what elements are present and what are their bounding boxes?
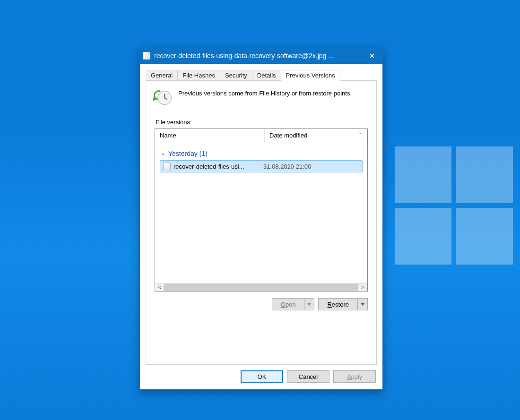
window-title: recover-deleted-files-using-data-recover… bbox=[154, 52, 361, 60]
tab-body: Previous versions come from File History… bbox=[146, 81, 377, 365]
history-clock-icon bbox=[155, 89, 172, 106]
chevron-down-icon: ⌄ bbox=[161, 150, 165, 156]
windows-logo-icon bbox=[395, 146, 518, 269]
file-icon bbox=[163, 163, 171, 170]
open-button[interactable]: Open bbox=[272, 298, 315, 310]
scrollbar-thumb[interactable] bbox=[164, 284, 358, 291]
close-icon: ✕ bbox=[369, 51, 375, 60]
tab-previous-versions[interactable]: Previous Versions bbox=[281, 70, 340, 81]
cancel-button[interactable]: Cancel bbox=[287, 370, 329, 383]
scroll-right-icon[interactable]: > bbox=[359, 284, 366, 290]
chevron-down-icon bbox=[361, 303, 364, 306]
horizontal-scrollbar[interactable]: < > bbox=[155, 283, 367, 291]
restore-dropdown[interactable] bbox=[358, 299, 367, 310]
titlebar[interactable]: recover-deleted-files-using-data-recover… bbox=[140, 48, 382, 64]
tab-security[interactable]: Security bbox=[220, 70, 252, 81]
intro-text: Previous versions come from File History… bbox=[178, 89, 352, 106]
ok-button[interactable]: OK bbox=[241, 370, 283, 383]
properties-dialog: recover-deleted-files-using-data-recover… bbox=[139, 47, 383, 390]
open-dropdown[interactable] bbox=[304, 299, 314, 310]
close-button[interactable]: ✕ bbox=[361, 48, 382, 64]
apply-button[interactable]: Apply bbox=[333, 370, 376, 383]
file-versions-list[interactable]: Name Date modified ⌄ ⌄ Yesterday (1) bbox=[155, 129, 368, 291]
desktop-background: recover-deleted-files-using-data-recover… bbox=[0, 0, 520, 420]
chevron-down-icon bbox=[307, 303, 311, 306]
column-name[interactable]: Name bbox=[155, 129, 265, 143]
group-label: Yesterday (1) bbox=[168, 150, 208, 157]
column-date-modified[interactable]: Date modified ⌄ bbox=[265, 129, 367, 143]
group-header-yesterday[interactable]: ⌄ Yesterday (1) bbox=[155, 144, 367, 160]
column-headers[interactable]: Name Date modified ⌄ bbox=[155, 129, 367, 143]
file-versions-label: File versions: bbox=[156, 119, 368, 126]
file-icon bbox=[143, 52, 150, 60]
tab-bar: General File Hashes Security Details Pre… bbox=[146, 69, 377, 81]
dialog-footer: OK Cancel Apply bbox=[140, 366, 382, 389]
scroll-left-icon[interactable]: < bbox=[156, 284, 163, 290]
tab-general[interactable]: General bbox=[146, 70, 178, 81]
restore-button[interactable]: Restore bbox=[318, 298, 368, 310]
file-date: 31.08.2020 21:00 bbox=[263, 163, 359, 170]
file-name: recover-deleted-files-usi... bbox=[173, 163, 244, 170]
sort-indicator-icon: ⌄ bbox=[358, 129, 362, 135]
list-item[interactable]: recover-deleted-files-usi... 31.08.2020 … bbox=[160, 160, 363, 172]
tab-details[interactable]: Details bbox=[252, 70, 281, 81]
tab-file-hashes[interactable]: File Hashes bbox=[177, 70, 220, 81]
